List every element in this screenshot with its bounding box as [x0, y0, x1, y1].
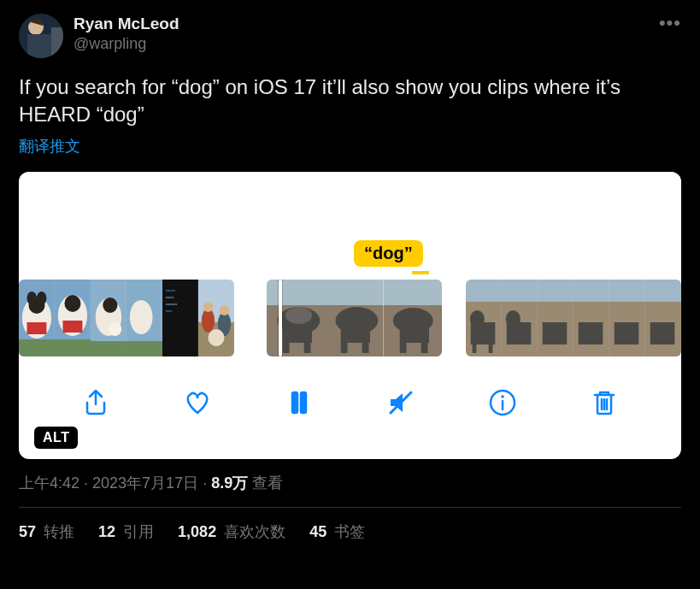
thumbnail	[325, 280, 384, 356]
svg-rect-36	[267, 280, 326, 305]
svg-rect-70	[579, 322, 603, 345]
views-count: 8.9万	[211, 474, 248, 492]
thumbnail	[466, 280, 502, 356]
svg-rect-71	[609, 280, 645, 302]
svg-rect-47	[341, 341, 348, 353]
svg-rect-14	[62, 321, 82, 333]
thumbnail	[55, 280, 91, 356]
heart-icon[interactable]	[177, 382, 218, 423]
thumbnail	[502, 280, 538, 356]
thumbnail	[91, 280, 126, 356]
tweet-text: If you search for “dog” on iOS 17 it’ll …	[19, 74, 681, 129]
playhead-icon[interactable]	[279, 280, 282, 356]
svg-point-58	[470, 310, 485, 327]
thumbnail	[609, 280, 645, 356]
tweet-header: Ryan McLeod @warpling •••	[19, 14, 681, 58]
tweet-stats: 57 转推 12 引用 1,082 喜欢次数 45 书签	[19, 508, 681, 556]
info-icon[interactable]	[482, 382, 523, 423]
svg-point-13	[64, 295, 80, 312]
svg-rect-15	[55, 339, 91, 356]
clip-group-2	[267, 280, 443, 356]
attached-media[interactable]: “dog” xxxxxxxxxxxxxxxxxxxxxx	[19, 172, 681, 459]
svg-rect-23	[126, 341, 162, 356]
svg-point-34	[219, 305, 228, 315]
thumbnail	[19, 280, 55, 356]
svg-point-22	[130, 300, 153, 334]
thumbnail	[267, 280, 326, 356]
svg-point-42	[285, 307, 311, 324]
thumbnail: xxxxxxxxxxxxxxxxxxxxxx	[162, 280, 198, 356]
svg-point-32	[203, 302, 212, 312]
svg-rect-65	[538, 280, 574, 302]
thumbnail	[574, 280, 609, 356]
retweets-stat[interactable]: 57 转推	[19, 521, 74, 542]
svg-rect-3	[51, 27, 63, 58]
thumbnail	[538, 280, 574, 356]
media-toolbar	[19, 377, 681, 428]
svg-text:xxxxxxx: xxxxxxx	[165, 302, 176, 306]
svg-point-35	[208, 329, 224, 346]
svg-rect-41	[303, 341, 310, 353]
svg-rect-77	[292, 392, 297, 413]
clip-group-3	[466, 280, 681, 356]
more-icon[interactable]: •••	[659, 12, 681, 34]
svg-point-81	[501, 395, 504, 398]
svg-rect-67	[543, 322, 568, 345]
author-names: Ryan McLeod @warpling	[74, 14, 179, 53]
alt-badge[interactable]: ALT	[34, 427, 78, 449]
thumbnail	[645, 280, 681, 356]
likes-stat[interactable]: 1,082 喜欢次数	[178, 521, 285, 542]
svg-rect-46	[341, 321, 370, 343]
quotes-stat[interactable]: 12 引用	[98, 521, 154, 542]
svg-text:xxxxx: xxxxx	[165, 295, 174, 299]
svg-rect-76	[650, 322, 675, 345]
svg-rect-59	[473, 341, 477, 353]
post-date[interactable]: 2023年7月17日	[92, 474, 198, 492]
svg-rect-49	[384, 280, 443, 305]
svg-rect-48	[362, 341, 369, 353]
tweet-container: Ryan McLeod @warpling ••• If you search …	[0, 0, 700, 569]
svg-point-7	[37, 292, 46, 305]
post-time[interactable]: 上午4:42	[19, 474, 79, 492]
thumbnail	[126, 280, 162, 356]
svg-text:xxxxxx: xxxxxx	[165, 288, 174, 292]
svg-rect-53	[400, 341, 407, 353]
avatar[interactable]	[19, 14, 63, 58]
display-name[interactable]: Ryan McLeod	[74, 14, 179, 34]
clip-gap	[442, 280, 466, 356]
translate-link[interactable]: 翻译推文	[19, 136, 681, 156]
svg-rect-2	[27, 34, 51, 58]
svg-rect-52	[400, 321, 429, 343]
svg-point-19	[103, 297, 117, 313]
video-timeline[interactable]: xxxxxxxxxxxxxxxxxxxxxx	[19, 280, 681, 356]
thumbnail	[198, 280, 234, 356]
mute-icon[interactable]	[380, 382, 421, 423]
pause-icon[interactable]	[279, 382, 320, 423]
svg-rect-20	[91, 341, 126, 356]
svg-point-18	[109, 322, 121, 336]
svg-point-31	[201, 309, 214, 333]
clip-group-1: xxxxxxxxxxxxxxxxxxxxxx	[19, 280, 234, 356]
svg-point-8	[27, 292, 37, 305]
svg-rect-61	[502, 280, 538, 302]
tweet-meta: 上午4:42 · 2023年7月17日 · 8.9万 查看	[19, 473, 681, 493]
svg-rect-10	[19, 339, 55, 356]
clip-gap	[234, 280, 267, 356]
svg-rect-68	[574, 280, 609, 302]
bookmarks-stat[interactable]: 45 书签	[309, 521, 365, 542]
thumbnail	[384, 280, 443, 356]
svg-point-64	[506, 310, 521, 327]
share-icon[interactable]	[75, 382, 116, 423]
search-term-tick	[412, 271, 429, 274]
media-top-whitespace	[19, 172, 681, 250]
svg-rect-54	[421, 341, 427, 353]
svg-rect-40	[282, 341, 289, 353]
svg-rect-60	[489, 341, 493, 353]
svg-rect-9	[27, 322, 47, 334]
svg-rect-73	[615, 322, 639, 345]
trash-icon[interactable]	[584, 382, 625, 423]
handle[interactable]: @warpling	[74, 34, 179, 54]
svg-rect-78	[301, 392, 306, 413]
views-label: 查看	[248, 474, 283, 492]
search-term-pill: “dog”	[354, 240, 423, 267]
